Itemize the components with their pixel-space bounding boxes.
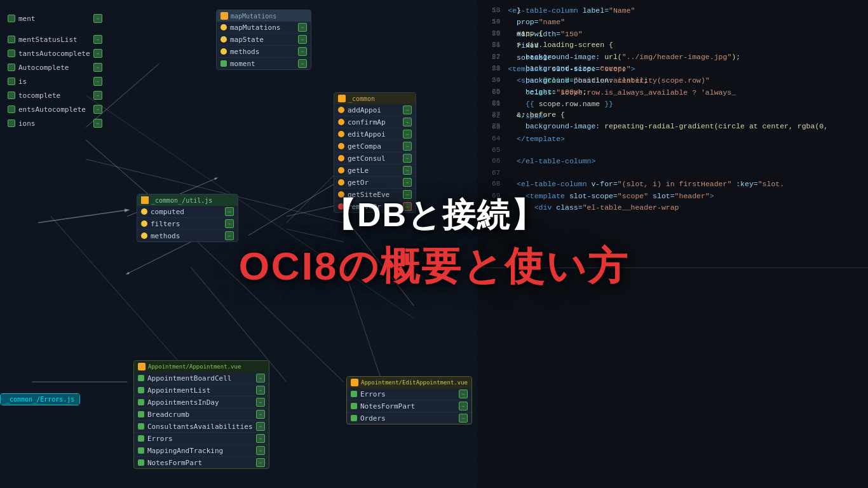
node-list-left: ment → mentStatusList → tantsAutocomplet…: [5, 13, 105, 129]
node-edit-appointment: Appointment/EditAppointment.vue Errors →…: [346, 376, 472, 424]
svg-line-7: [344, 268, 382, 382]
code-panel-container: 53<el-table-column label="Name" 54 prop=…: [477, 0, 868, 488]
svg-line-16: [38, 210, 127, 223]
svg-line-13: [248, 178, 344, 235]
node-util: _common_/util.js computed → filters → me…: [137, 194, 238, 242]
node-errors: _common_/Errors.js: [0, 393, 80, 405]
node-common: _common addAppoi → confirmAp → editAppoi…: [334, 92, 416, 213]
node-graph-panel: ment → mentStatusList → tantsAutocomplet…: [0, 0, 477, 488]
background-container: ment → mentStatusList → tantsAutocomplet…: [0, 0, 868, 488]
code-panel-bottom: 18 } 19 20 #app { 21 > div.loading-scree…: [477, 268, 868, 488]
svg-line-17: [344, 217, 414, 306]
right-panel: 53<el-table-column label="Name" 54 prop=…: [477, 0, 868, 488]
node-mapmutations: mapMutations mapMutations → mapState → m…: [216, 10, 311, 70]
code-bottom-section: 18 } 19 20 #app { 21 > div.loading-scree…: [477, 268, 868, 488]
svg-line-4: [287, 229, 344, 242]
node-appointment: Appointment/Appointment.vue AppointmentB…: [133, 360, 269, 469]
